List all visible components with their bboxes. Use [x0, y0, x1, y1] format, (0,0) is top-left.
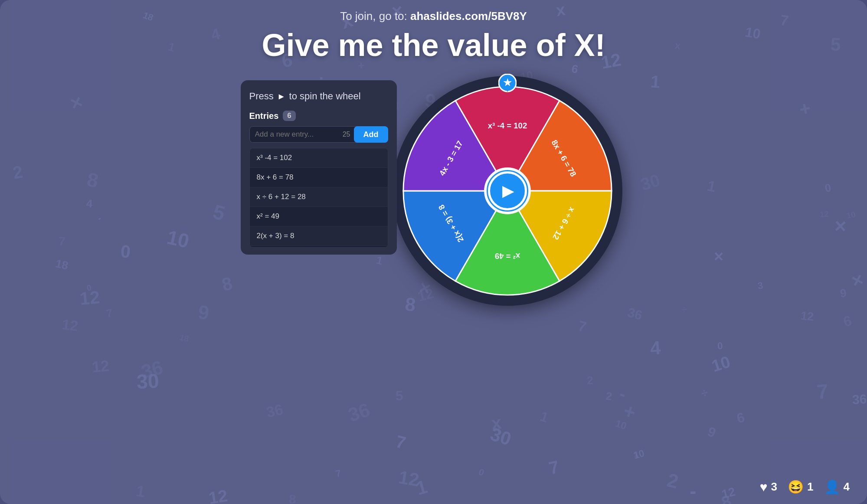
- list-item: 2(x + 3) = 8: [250, 226, 388, 246]
- users-count: 4: [844, 480, 850, 494]
- heart-icon: ♥: [760, 480, 768, 494]
- bottom-status: ♥ 3 😆 1 👤 4: [760, 479, 850, 494]
- laughs-count: 1: [807, 480, 813, 494]
- main-content: To join, go to: ahaslides.com/5BV8Y Give…: [0, 0, 867, 504]
- spin-label: Press ► to spin the wheel: [249, 91, 388, 102]
- wheel-pin: ★: [498, 74, 517, 98]
- input-row: 25 Add: [249, 126, 388, 143]
- join-bar: To join, go to: ahaslides.com/5BV8Y: [340, 10, 527, 23]
- svg-text:x³ -4 = 102: x³ -4 = 102: [487, 121, 527, 130]
- entries-count-badge: 6: [283, 111, 295, 121]
- spin-label-suffix: to spin the wheel: [289, 91, 361, 102]
- list-item: x - 5 = 17: [250, 246, 388, 248]
- join-url: ahaslides.com/5BV8Y: [410, 10, 527, 23]
- entries-row: Entries 6: [249, 111, 388, 121]
- svg-text:x² = 49: x² = 49: [494, 252, 520, 261]
- join-text-prefix: To join, go to:: [340, 10, 410, 23]
- users-status: 👤 4: [824, 479, 850, 494]
- wheel-container: ★ x³ -4 = 1028x + 6 = 78x ÷ 6 + 12x² = 4…: [388, 72, 627, 310]
- list-item: 8x + 6 = 78: [250, 168, 388, 187]
- spin-label-prefix: Press: [249, 91, 274, 102]
- spin-arrow-icon: ►: [277, 92, 286, 101]
- entries-list[interactable]: x³ -4 = 1028x + 6 = 78x ÷ 6 + 12 = 28x² …: [249, 148, 388, 248]
- entry-input[interactable]: [249, 126, 360, 143]
- hearts-status: ♥ 3: [760, 480, 777, 494]
- add-button[interactable]: Add: [354, 126, 388, 143]
- laughs-status: 😆 1: [788, 479, 813, 494]
- main-title: Give me the value of X!: [262, 27, 605, 63]
- list-item: x² = 49: [250, 207, 388, 226]
- entries-label: Entries: [249, 111, 279, 121]
- list-item: x ÷ 6 + 12 = 28: [250, 187, 388, 207]
- play-button[interactable]: [488, 171, 527, 210]
- users-icon: 👤: [824, 479, 840, 494]
- spin-panel: Press ► to spin the wheel Entries 6 25 A…: [241, 80, 397, 255]
- list-item: x³ -4 = 102: [250, 148, 388, 168]
- hearts-count: 3: [771, 480, 777, 494]
- laugh-icon: 😆: [788, 479, 804, 494]
- main-area: Press ► to spin the wheel Entries 6 25 A…: [0, 76, 867, 310]
